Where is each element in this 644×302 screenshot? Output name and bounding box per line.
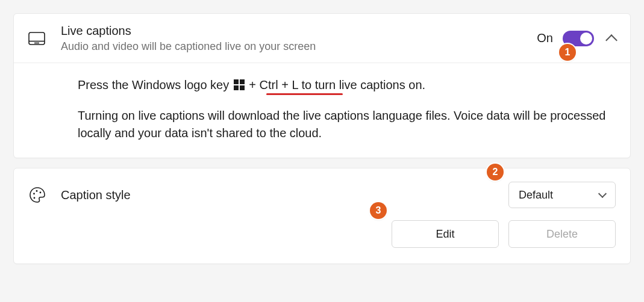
live-captions-title: Live captions: [61, 23, 537, 38]
download-note: Turning on live captions will download t…: [78, 107, 616, 142]
caption-style-select[interactable]: Default: [508, 182, 616, 208]
edit-button[interactable]: Edit: [392, 220, 499, 248]
chevron-down-icon: [598, 190, 607, 198]
live-captions-header[interactable]: Live captions Audio and video will be ca…: [14, 14, 630, 63]
shortcut-prefix: Press the Windows logo key: [78, 78, 233, 91]
edit-button-label: Edit: [436, 228, 454, 241]
toggle-state-label: On: [537, 31, 553, 45]
palette-icon: [28, 186, 52, 204]
caption-style-selected: Default: [519, 189, 553, 202]
live-captions-subtitle: Audio and video will be captioned live o…: [61, 40, 537, 53]
shortcut-suffix: to turn live captions on.: [298, 78, 425, 91]
shortcut-keys: + Ctrl + L: [246, 78, 298, 91]
caption-style-label: Caption style: [52, 188, 508, 202]
svg-point-6: [34, 197, 36, 199]
captions-icon: [28, 32, 52, 45]
chevron-up-icon[interactable]: [605, 34, 617, 46]
shortcut-text: Press the Windows logo key + Ctrl + L to…: [78, 76, 616, 94]
live-captions-card: Live captions Audio and video will be ca…: [13, 13, 631, 158]
annotation-badge-2: 2: [487, 164, 504, 180]
svg-point-4: [36, 190, 38, 192]
windows-logo-icon: [234, 79, 245, 90]
live-captions-body: 1 Press the Windows logo key + Ctrl + L …: [14, 63, 630, 158]
annotation-badge-1: 1: [559, 44, 576, 61]
caption-style-card: Caption style 2 Default 3 Edit Delete: [13, 168, 631, 264]
svg-point-5: [40, 192, 42, 194]
annotation-underline: [266, 93, 343, 95]
annotation-badge-3: 3: [370, 202, 387, 219]
delete-button-label: Delete: [546, 228, 578, 241]
delete-button: Delete: [508, 220, 616, 248]
caption-style-row: Caption style 2 Default: [14, 168, 630, 217]
svg-point-3: [33, 193, 35, 195]
